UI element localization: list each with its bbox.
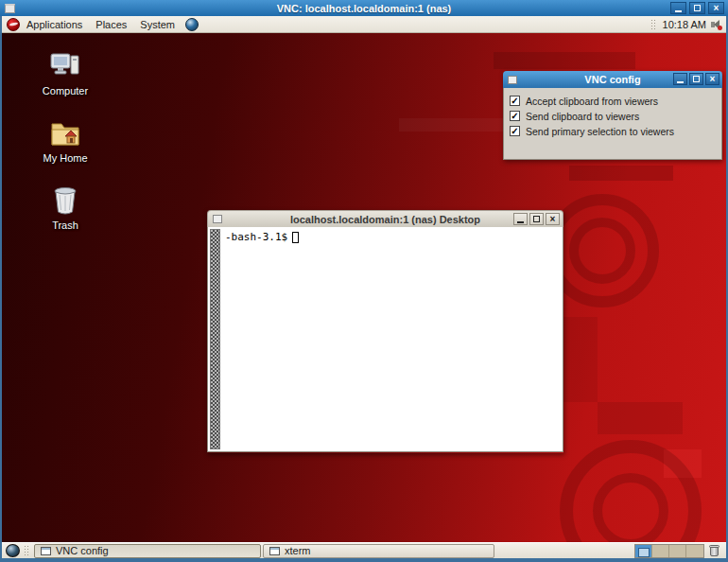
menu-applications[interactable]: Applications <box>20 16 89 32</box>
window-icon <box>41 547 51 555</box>
vnc-frame-left-edge <box>0 16 2 562</box>
desktop[interactable]: Computer My Home <box>2 33 726 542</box>
window-icon <box>269 547 280 555</box>
checkbox-checked-icon[interactable]: ✓ <box>510 111 520 121</box>
panel-separator <box>650 19 655 30</box>
workspace-3[interactable] <box>669 545 686 557</box>
option-send-primary-selection[interactable]: ✓ Send primary selection to viewers <box>510 124 716 138</box>
computer-icon <box>48 50 82 82</box>
xterm-titlebar[interactable]: localhost.localdomain:1 (nas) Desktop × <box>207 210 563 227</box>
xterm-close-button[interactable]: × <box>546 213 560 225</box>
workspace-4[interactable] <box>686 545 703 557</box>
vnc-viewer-titlebar[interactable]: VNC: localhost.localdomain:1 (nas) × <box>0 0 728 16</box>
browser-launcher-icon[interactable] <box>185 18 199 31</box>
checkbox-checked-icon[interactable]: ✓ <box>510 126 520 136</box>
volume-icon[interactable] <box>710 19 722 30</box>
taskbar-handle[interactable] <box>24 545 28 556</box>
wallpaper-shape <box>494 52 635 69</box>
checkbox-checked-icon[interactable]: ✓ <box>510 96 520 106</box>
minimize-button[interactable] <box>670 2 686 14</box>
vnc-config-titlebar[interactable]: VNC config × <box>503 71 722 88</box>
desktop-icon-trash[interactable]: Trash <box>26 184 105 231</box>
xterm-terminal-area[interactable]: -bash-3.1$ <box>207 227 563 452</box>
vnc-config-maximize-button[interactable] <box>689 73 703 85</box>
desktop-icon-computer[interactable]: Computer <box>26 50 105 97</box>
xterm-maximize-button[interactable] <box>529 213 544 225</box>
vnc-config-close-button[interactable]: × <box>705 73 719 85</box>
panel-clock[interactable]: 10:18 AM <box>659 19 710 30</box>
taskbar-item-xterm[interactable]: xterm <box>263 544 494 558</box>
option-accept-clipboard[interactable]: ✓ Accept clipboard from viewers <box>510 94 716 108</box>
wallpaper-shape <box>598 402 683 434</box>
vnc-config-body: ✓ Accept clipboard from viewers ✓ Send c… <box>503 88 722 160</box>
trash-applet-icon[interactable] <box>708 544 721 557</box>
desktop-icon-my-home[interactable]: My Home <box>26 117 105 164</box>
redhat-menu-icon[interactable] <box>7 18 20 31</box>
xterm-minimize-button[interactable] <box>513 213 528 225</box>
menu-places[interactable]: Places <box>89 16 133 32</box>
home-folder-icon <box>48 117 82 149</box>
taskbar-launcher-icon[interactable] <box>6 544 20 557</box>
gnome-bottom-panel: VNC config xterm <box>2 542 726 558</box>
vnc-viewer-title: VNC: localhost.localdomain:1 (nas) <box>0 3 728 14</box>
shell-prompt: -bash-3.1$ <box>225 231 287 243</box>
xterm-scrollbar[interactable] <box>210 229 220 449</box>
vnc-viewer-frame: VNC: localhost.localdomain:1 (nas) × App… <box>0 0 728 562</box>
vnc-config-minimize-button[interactable] <box>673 73 687 85</box>
xterm-window: localhost.localdomain:1 (nas) Desktop × … <box>207 210 563 453</box>
option-send-clipboard[interactable]: ✓ Send clipboard to viewers <box>510 109 716 123</box>
trash-icon <box>48 184 82 217</box>
wallpaper-ring <box>593 473 668 542</box>
close-button[interactable]: × <box>708 2 724 14</box>
vnc-frame-bottom-edge <box>0 558 728 562</box>
terminal-cursor <box>292 232 299 243</box>
workspace-2[interactable] <box>652 545 669 557</box>
taskbar-item-vnc-config[interactable]: VNC config <box>34 544 261 558</box>
vnc-config-window: VNC config × ✓ Accept clipboard from vie… <box>503 71 722 160</box>
menu-system[interactable]: System <box>133 16 182 32</box>
maximize-button[interactable] <box>689 2 705 14</box>
gnome-top-panel: Applications Places System 10:18 AM <box>2 16 726 33</box>
workspace-1[interactable] <box>635 545 652 557</box>
wallpaper-shape <box>569 166 673 181</box>
xterm-title: localhost.localdomain:1 (nas) Desktop <box>208 214 563 225</box>
workspace-switcher[interactable] <box>634 544 704 558</box>
wallpaper-shape <box>399 118 503 132</box>
